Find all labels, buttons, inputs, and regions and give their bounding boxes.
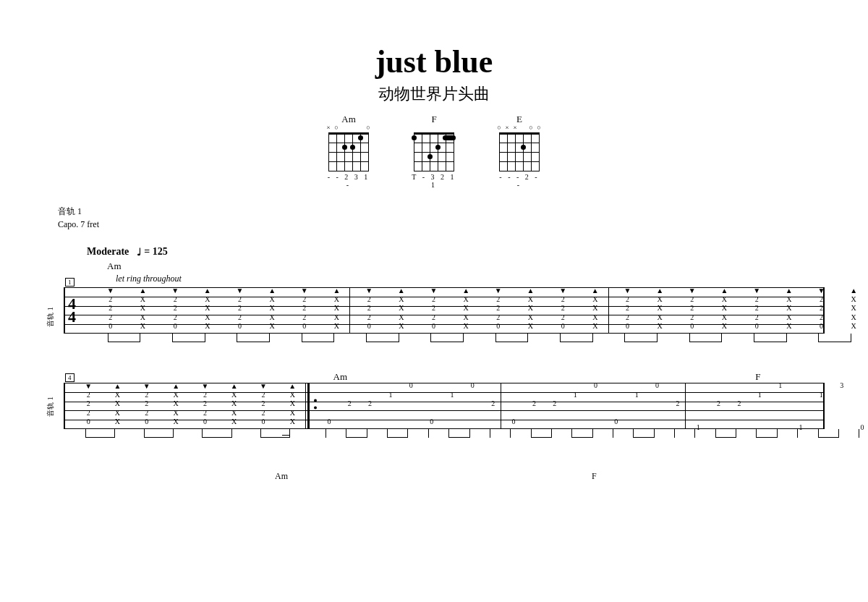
bar-chord-label: Am [107,260,839,272]
tab-beat: 2220▼ [225,288,254,333]
chord-diagram-row: Am × ○ ○ - - 2 3 1 - F [29,114,839,189]
chord-grid [414,127,454,171]
tab-beat: 2220▼ [807,288,835,333]
tab-beat: 2220▼ [96,288,125,333]
tab-beat: 2220▼ [484,288,513,333]
tab-beat: XXXX▲ [258,288,286,333]
tab-beat: 2220▼ [548,288,577,333]
chord-grid: × ○ ○ [328,127,369,171]
song-title: just blue [29,43,839,80]
tab-beat: 2220▼ [613,288,642,333]
performance-instruction: let ring throughout [116,274,839,284]
next-system-preview: Am F [275,471,839,482]
tab-beat: 2220▼ [742,288,771,333]
tab-beat: 2220▼ [354,288,383,333]
tab-beat: XXXX▲ [128,288,157,333]
tab-beat: XXXX▲ [645,288,674,333]
chord-diagram-e: E ○ × × ○ ○ - - - 2 - - [497,114,542,189]
tab-beat: XXXX▲ [193,288,222,333]
tab-beat: 2220▼ [419,288,448,333]
tab-beat: XXXX▲ [775,288,804,333]
tab-beat: XXXX▲ [516,288,545,333]
tab-beat: XXXX▲ [387,288,416,333]
tab-beat: XXXX▲ [581,288,610,333]
tab-beat: 2220▼ [161,288,190,333]
chord-diagram-f: F T - 3 2 1 1 [412,114,456,189]
chord-diagram-am: Am × ○ ○ - - 2 3 1 - [326,114,371,189]
chord-grid: ○ × × ○ ○ [499,127,540,171]
tab-beat: XXXX▲ [710,288,739,333]
track-info: 音轨 1 Capo. 7 fret [58,205,839,231]
tab-beat: XXXX▲ [839,288,868,333]
quarter-note-icon: ♩ [137,247,142,258]
tab-beat: 2220▼ [290,288,319,333]
tab-beat: 2220▼ [678,288,707,333]
tab-system-1: 音轨 1 1 44 2220▼XXXX▲2220▼XXXX▲2220▼XXXX▲… [43,287,825,347]
tempo-marking: Moderate ♩ = 125 [87,245,839,258]
time-signature: 44 [68,297,76,323]
song-subtitle: 动物世界片头曲 [29,83,839,105]
tab-beat: XXXX▲ [322,288,351,333]
tab-beat: XXXX▲ [451,288,480,333]
tab-system-2: 音轨 1 AmF 4 2220▼XXXX▲2220▼XXXX▲2220▼XXXX… [43,371,825,442]
